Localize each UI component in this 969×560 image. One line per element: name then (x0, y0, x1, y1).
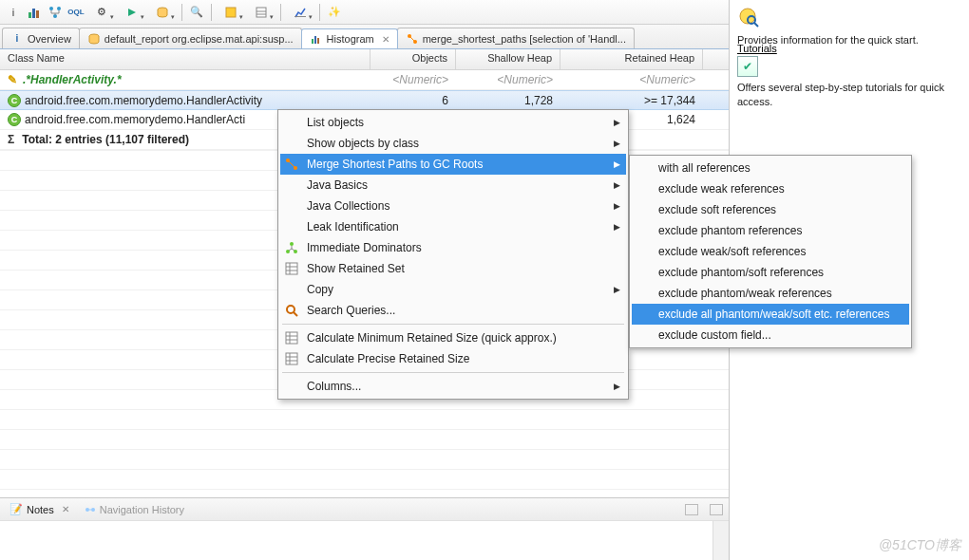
tutorials-icon[interactable]: ✔ (737, 56, 758, 77)
menu-item[interactable]: exclude phantom/soft references (632, 262, 909, 283)
tab-overview[interactable]: i Overview (2, 28, 80, 48)
menu-item-label: Columns... (307, 380, 361, 393)
scroll-up-icon[interactable]: ▴ (723, 523, 727, 532)
retained-cell: >= 17,344 (560, 94, 703, 107)
menu-item[interactable]: Java Collections▶ (280, 196, 626, 216)
total-text: Total: 2 entries (11,107 filtered) (22, 133, 189, 146)
column-retained[interactable]: Retained Heap (560, 49, 703, 69)
tab-histogram[interactable]: Histogram ✕ (301, 28, 398, 49)
tree-icon[interactable] (46, 3, 65, 22)
svg-rect-0 (28, 12, 31, 18)
tab-label: Navigation History (100, 504, 184, 515)
menu-item[interactable]: Calculate Minimum Retained Size (quick a… (280, 327, 626, 348)
oql-icon[interactable]: OQL (66, 3, 86, 22)
minimize-icon[interactable] (685, 504, 698, 515)
menu-item[interactable]: Show Retained Set (280, 258, 626, 279)
menu-item[interactable]: exclude phantom/weak references (632, 283, 909, 304)
svg-point-18 (86, 508, 89, 512)
menu-item-label: exclude all phantom/weak/soft etc. refer… (658, 308, 889, 321)
run-icon[interactable] (118, 3, 146, 22)
cube-icon[interactable] (217, 3, 245, 22)
close-icon[interactable]: ✕ (62, 504, 69, 514)
menu-item[interactable]: Show objects by class▶ (280, 133, 626, 154)
toolbar-separator (319, 4, 320, 21)
tab-default-report[interactable]: default_report org.eclipse.mat.api:susp.… (79, 28, 302, 48)
chevron-right-icon: ▶ (614, 139, 620, 148)
menu-item-label: Immediate Dominators (307, 241, 422, 254)
svg-point-26 (290, 242, 294, 246)
regex-input[interactable]: .*HandlerActivity.* (23, 73, 122, 86)
menu-item[interactable]: exclude all phantom/weak/soft etc. refer… (632, 304, 909, 325)
nav-icon (85, 504, 96, 515)
chevron-right-icon: ▶ (614, 159, 620, 169)
svg-point-4 (57, 7, 61, 10)
bottom-tabs: 📝 Notes ✕ Navigation History (0, 497, 729, 520)
menu-item[interactable]: Java Basics▶ (280, 175, 626, 196)
menu-item[interactable]: Search Queries... (280, 300, 626, 321)
menu-item-label: Java Collections (307, 199, 390, 213)
menu-item[interactable]: exclude weak/soft references (632, 241, 909, 262)
filter-row[interactable]: ✎.*HandlerActivity.* <Numeric> <Numeric>… (0, 70, 729, 90)
objects-cell: 6 (370, 94, 456, 107)
menu-item[interactable]: Leak Identification▶ (280, 216, 626, 237)
menu-item[interactable]: Calculate Precise Retained Size (280, 348, 626, 369)
gear-icon[interactable]: ⚙ (87, 3, 116, 22)
svg-rect-11 (294, 16, 306, 17)
menu-item-label: exclude custom field... (658, 328, 771, 342)
svg-rect-2 (36, 10, 39, 18)
chart-icon[interactable] (286, 3, 314, 22)
toolbar-separator (280, 4, 281, 21)
menu-item-label: Leak Identification (307, 220, 399, 233)
search-icon (284, 303, 299, 318)
menu-item[interactable]: Merge Shortest Paths to GC Roots▶ (280, 154, 626, 175)
menu-item-label: exclude phantom references (658, 224, 802, 237)
svg-rect-29 (286, 263, 297, 274)
histogram-icon[interactable] (25, 3, 44, 22)
path-icon (284, 157, 299, 172)
tab-merge-shortest-paths[interactable]: merge_shortest_paths [selection of 'Hand… (397, 28, 635, 48)
svg-point-19 (91, 508, 95, 512)
menu-item[interactable]: Copy▶ (280, 279, 626, 300)
menu-item[interactable]: Columns...▶ (280, 376, 626, 397)
numeric-filter[interactable]: <Numeric> (370, 73, 456, 86)
menu-item-label: Merge Shortest Paths to GC Roots (307, 158, 483, 171)
menu-item[interactable]: exclude custom field... (632, 325, 909, 345)
table-row[interactable]: Candroid.free.com.memorydemo.HandlerActi… (0, 90, 729, 110)
class-icon: C (8, 94, 21, 107)
tab-navigation-history[interactable]: Navigation History (81, 502, 188, 517)
notes-view[interactable]: ▴ (0, 520, 729, 560)
menu-item[interactable]: List objects▶ (280, 112, 626, 133)
info-icon[interactable]: i (4, 3, 23, 22)
table-header: Class Name Objects Shallow Heap Retained… (0, 49, 729, 70)
maximize-icon[interactable] (710, 504, 723, 515)
tab-label: Notes (27, 504, 54, 515)
svg-rect-7 (226, 8, 236, 17)
wand-icon[interactable]: ✨ (325, 3, 344, 22)
table-icon[interactable] (247, 3, 276, 22)
close-icon[interactable]: ✕ (382, 34, 390, 45)
menu-item[interactable]: with all references (632, 158, 909, 178)
histogram-icon (310, 32, 323, 46)
menu-item[interactable]: exclude soft references (632, 199, 909, 220)
menu-item[interactable]: exclude weak references (632, 178, 909, 199)
svg-rect-39 (286, 353, 297, 364)
svg-rect-13 (312, 39, 314, 44)
menu-item-label: Show Retained Set (307, 262, 405, 275)
menu-item[interactable]: Immediate Dominators (280, 237, 626, 258)
context-menu: List objects▶Show objects by class▶Merge… (277, 109, 629, 400)
tab-label: merge_shortest_paths [selection of 'Hand… (423, 33, 626, 45)
chevron-right-icon: ▶ (614, 285, 620, 294)
svg-point-3 (49, 7, 53, 10)
shallow-cell: 1,728 (456, 94, 560, 107)
chevron-right-icon: ▶ (614, 180, 620, 190)
tab-notes[interactable]: 📝 Notes ✕ (6, 501, 73, 517)
svg-rect-8 (256, 8, 266, 17)
column-objects[interactable]: Objects (370, 49, 456, 69)
search-icon[interactable]: 🔍 (187, 3, 206, 22)
column-class-name[interactable]: Class Name (0, 49, 370, 69)
numeric-filter[interactable]: <Numeric> (456, 73, 560, 86)
menu-item[interactable]: exclude phantom references (632, 220, 909, 241)
numeric-filter[interactable]: <Numeric> (560, 73, 703, 86)
column-shallow[interactable]: Shallow Heap (456, 49, 560, 69)
db-icon[interactable] (148, 3, 177, 22)
